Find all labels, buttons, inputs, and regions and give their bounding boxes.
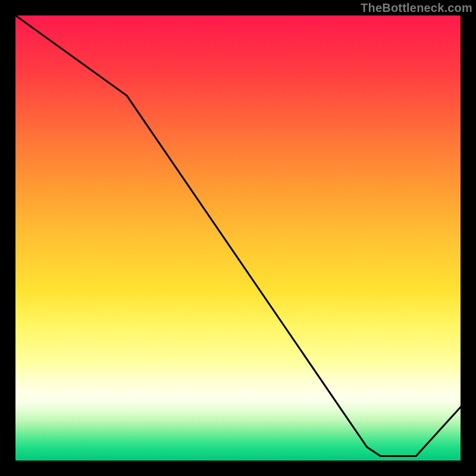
chart-line-layer [15,15,461,461]
bottleneck-curve [15,15,461,456]
watermark-text: TheBottleneck.com [361,1,472,15]
chart-stage: TheBottleneck.com [0,0,476,476]
plot-area [15,15,461,461]
